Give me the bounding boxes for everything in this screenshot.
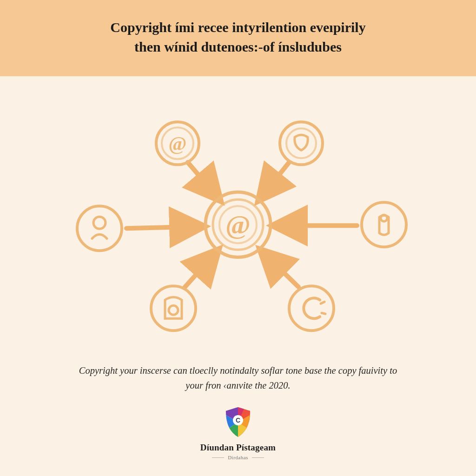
node-mid-left (77, 206, 122, 251)
svg-point-3 (286, 128, 316, 158)
brand-subtitle: Dirdahas (212, 455, 264, 460)
shield-logo: C (224, 406, 252, 438)
at-icon: @ (168, 133, 186, 154)
logo-letter: C (236, 416, 240, 424)
face-body-icon (92, 234, 107, 238)
title-line-1: Copyright ími recee intyrilention eveıpi… (19, 18, 457, 37)
node-top-right (280, 122, 323, 165)
center-at-icon: @ (225, 210, 251, 240)
node-bottom-left (151, 286, 196, 331)
svg-line-10 (321, 302, 324, 304)
abstract-icon (295, 135, 308, 150)
face-head-icon (93, 217, 106, 229)
diagram-svg: @ (0, 76, 476, 364)
svg-point-5 (362, 202, 406, 247)
arrow-mid-left (126, 226, 203, 228)
center-node: @ (205, 192, 271, 257)
node-bottom-right (289, 286, 334, 331)
node-top-left: @ (156, 122, 199, 165)
svg-point-9 (289, 286, 334, 331)
svg-line-11 (322, 313, 325, 314)
svg-point-7 (151, 286, 196, 331)
hub-spoke-diagram: @ (0, 76, 476, 364)
arrow-top-left (188, 162, 219, 199)
header-banner: Copyright ími recee intyrilention eveıpi… (0, 0, 476, 76)
caption-text: Copyright your inscerse can tloeclly not… (0, 364, 476, 406)
node-mid-right (362, 202, 406, 247)
crescent-icon (304, 298, 320, 318)
caption-line-2: your fron ‹anıvite the 2020. (185, 380, 290, 390)
footer: C Díundan Pístageam Dirdahas (0, 406, 476, 476)
arrow-bottom-left (185, 251, 218, 287)
arrow-bottom-right (261, 251, 298, 287)
brand-name: Díundan Pístageam (200, 443, 276, 453)
arrow-top-right (259, 162, 289, 199)
svg-point-8 (169, 305, 178, 315)
svg-point-6 (381, 215, 387, 221)
title-line-2: then wínid dutenoes:-of ínsludubes (19, 37, 457, 57)
caption-line-1: Copyright your inscerse can tloeclly not… (79, 365, 397, 376)
